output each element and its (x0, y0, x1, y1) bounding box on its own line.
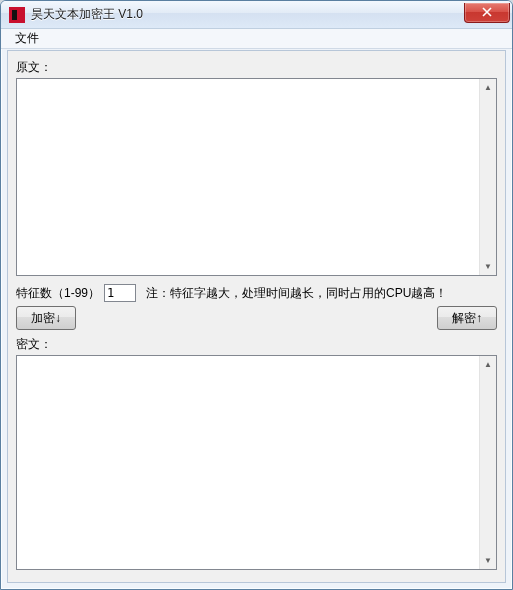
scrollbar[interactable]: ▲ ▼ (479, 79, 496, 275)
client-area: 原文： ▲ ▼ 特征数（1-99） 注：特征字越大，处理时间越长，同时占用的CP… (7, 50, 506, 583)
encrypt-button[interactable]: 加密↓ (16, 306, 76, 330)
scroll-down-icon[interactable]: ▼ (480, 552, 496, 569)
app-icon (9, 7, 25, 23)
window-title: 昊天文本加密王 V1.0 (31, 6, 464, 23)
scrollbar[interactable]: ▲ ▼ (479, 356, 496, 569)
label-cipher: 密文： (16, 336, 497, 353)
feature-row: 特征数（1-99） 注：特征字越大，处理时间越长，同时占用的CPU越高！ (16, 284, 497, 302)
cipher-text-container: ▲ ▼ (16, 355, 497, 570)
menu-file[interactable]: 文件 (7, 28, 47, 49)
app-window: 昊天文本加密王 V1.0 文件 原文： ▲ ▼ 特征数（1-99） 注：特征字越… (0, 0, 513, 590)
scroll-up-icon[interactable]: ▲ (480, 356, 496, 373)
titlebar[interactable]: 昊天文本加密王 V1.0 (1, 1, 512, 29)
label-feature: 特征数（1-99） (16, 285, 100, 302)
label-hint: 注：特征字越大，处理时间越长，同时占用的CPU越高！ (146, 285, 447, 302)
scroll-track[interactable] (480, 373, 496, 552)
close-button[interactable] (464, 3, 510, 23)
menubar: 文件 (1, 29, 512, 49)
scroll-track[interactable] (480, 96, 496, 258)
close-icon (482, 7, 492, 17)
decrypt-button[interactable]: 解密↑ (437, 306, 497, 330)
button-row: 加密↓ 解密↑ (16, 306, 497, 330)
label-original: 原文： (16, 59, 497, 76)
feature-input[interactable] (104, 284, 136, 302)
original-text-container: ▲ ▼ (16, 78, 497, 276)
scroll-up-icon[interactable]: ▲ (480, 79, 496, 96)
scroll-down-icon[interactable]: ▼ (480, 258, 496, 275)
cipher-text-input[interactable] (17, 356, 479, 569)
original-text-input[interactable] (17, 79, 479, 275)
